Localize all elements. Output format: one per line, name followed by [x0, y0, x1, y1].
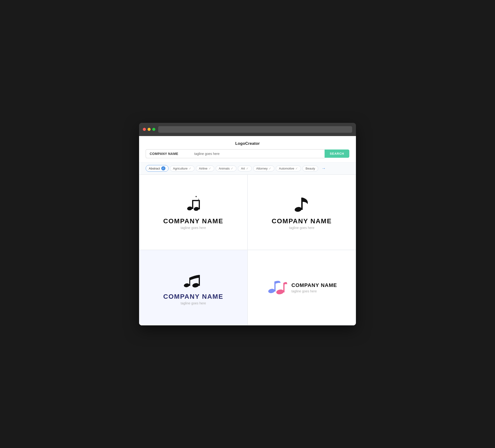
svg-rect-12: [199, 275, 200, 286]
category-agriculture-label: Agriculture: [173, 167, 188, 170]
category-beauty[interactable]: Beauty: [302, 166, 318, 171]
logo-3-tagline: tagline goes here: [180, 301, 206, 305]
logo-4-tagline: tagline goes here: [291, 289, 337, 293]
animals-check-icon: ✓: [231, 167, 233, 170]
search-button[interactable]: SEARCH: [325, 150, 349, 158]
svg-point-7: [294, 206, 302, 212]
app-title: LogoCreator: [235, 141, 260, 146]
svg-point-4: [193, 207, 199, 211]
logo-icon-3: [181, 270, 205, 289]
category-animals-label: Animals: [219, 167, 230, 170]
abstract-check-icon: ✓: [161, 166, 165, 170]
svg-text:✦: ✦: [195, 195, 197, 198]
airline-check-icon: ✓: [209, 167, 211, 170]
dot-red[interactable]: [143, 128, 146, 131]
category-art-label: Art: [241, 167, 245, 170]
category-agriculture[interactable]: Agriculture ✓: [170, 166, 194, 171]
category-abstract[interactable]: Abstract ✓: [146, 165, 168, 172]
browser-window: LogoCreator SEARCH Abstract ✓ Agricultur…: [139, 123, 356, 325]
svg-point-15: [276, 289, 284, 295]
browser-url-bar[interactable]: [158, 126, 352, 133]
app-container: LogoCreator SEARCH Abstract ✓ Agricultur…: [139, 136, 356, 325]
company-name-input[interactable]: [146, 149, 191, 158]
category-next-arrow[interactable]: →: [320, 165, 328, 172]
logo-icon-1: ✦ ✦: [183, 195, 204, 214]
logo-4-company-name: COMPANY NAME: [291, 282, 337, 288]
svg-point-2: [187, 206, 192, 211]
svg-rect-8: [301, 197, 303, 210]
svg-rect-5: [199, 200, 200, 209]
logo-4-text-block: COMPANY NAME tagline goes here: [291, 282, 337, 293]
category-airline-label: Airline: [199, 167, 207, 170]
logo-1-tagline: tagline goes here: [180, 226, 206, 230]
app-header: LogoCreator: [139, 136, 356, 149]
logo-card-2[interactable]: COMPANY NAME tagline goes here: [248, 174, 356, 250]
category-airline[interactable]: Airline ✓: [196, 166, 214, 171]
browser-toolbar: [139, 123, 356, 136]
logo-2-tagline: tagline goes here: [289, 226, 314, 230]
logo-card-1[interactable]: ✦ ✦: [139, 174, 248, 250]
svg-point-9: [184, 283, 190, 288]
category-abstract-label: Abstract: [149, 167, 160, 170]
category-bar: Abstract ✓ Agriculture ✓ Airline ✓ Anima…: [139, 162, 356, 174]
svg-rect-6: [192, 200, 200, 201]
category-automotive[interactable]: Automotive ✓: [276, 166, 301, 171]
category-animals[interactable]: Animals ✓: [216, 166, 236, 171]
category-automotive-label: Automotive: [279, 167, 294, 170]
logo-2-company-name: COMPANY NAME: [272, 217, 332, 225]
category-beauty-label: Beauty: [305, 167, 315, 170]
logo-card-3[interactable]: COMPANY NAME tagline goes here: [139, 250, 248, 325]
svg-point-11: [192, 282, 199, 288]
logo-grid: ✦ ✦: [139, 174, 356, 325]
search-bar: SEARCH: [139, 149, 356, 162]
art-check-icon: ✓: [246, 167, 249, 170]
logo-icon-4: [266, 276, 288, 295]
attorney-check-icon: ✓: [269, 167, 271, 170]
tagline-input[interactable]: [191, 149, 238, 158]
svg-point-13: [268, 288, 275, 294]
svg-rect-3: [192, 200, 193, 209]
logo-3-company-name: COMPANY NAME: [163, 293, 223, 300]
keyword-input[interactable]: [238, 149, 325, 158]
dot-green[interactable]: [152, 128, 155, 131]
category-attorney[interactable]: Attorney ✓: [253, 166, 274, 171]
automotive-check-icon: ✓: [295, 167, 298, 170]
category-attorney-label: Attorney: [256, 167, 268, 170]
logo-icon-2: [292, 195, 311, 214]
logo-4-inline-container: COMPANY NAME tagline goes here: [266, 276, 337, 299]
agriculture-check-icon: ✓: [189, 167, 192, 170]
category-art[interactable]: Art ✓: [238, 166, 252, 171]
logo-card-4[interactable]: COMPANY NAME tagline goes here: [248, 250, 356, 325]
logo-1-company-name: COMPANY NAME: [163, 217, 223, 225]
dot-yellow[interactable]: [148, 128, 151, 131]
browser-dots: [143, 128, 155, 131]
